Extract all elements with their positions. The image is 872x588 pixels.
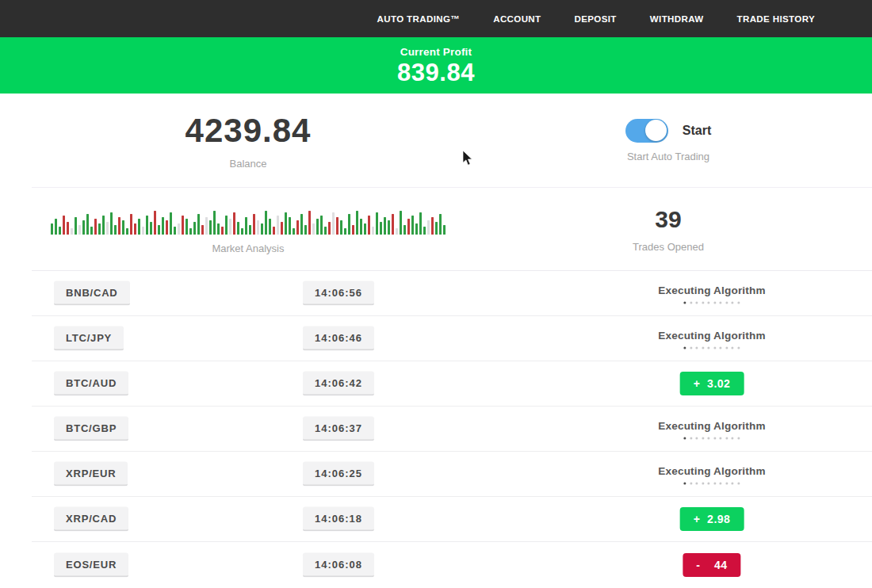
pair-badge: BTC/AUD: [54, 372, 128, 396]
current-profit-label: Current Profit: [0, 46, 872, 58]
trade-row: BTC/AUD 14:06:42 + 3.02: [32, 361, 872, 407]
stats-section: 4239.84 Balance Start Start Auto Trading…: [32, 94, 872, 271]
trade-row: XRP/EUR 14:06:25 Executing Algorithm: [32, 452, 872, 497]
top-navbar: AUTO TRADING™ ACCOUNT DEPOSIT WITHDRAW T…: [0, 0, 872, 37]
trades-list: BNB/CAD 14:06:56 Executing Algorithm LTC…: [32, 271, 872, 587]
progress-dots: [658, 347, 765, 349]
loss-badge: - 44: [683, 553, 740, 577]
pair-badge: BNB/CAD: [54, 281, 130, 306]
time-badge: 14:06:46: [303, 326, 374, 351]
progress-dots: [658, 302, 765, 304]
trade-row: LTC/JPY 14:06:46 Executing Algorithm: [32, 316, 872, 361]
trades-opened-label: Trades Opened: [465, 241, 872, 253]
executing-algorithm-label: Executing Algorithm: [658, 420, 765, 432]
executing-algorithm-label: Executing Algorithm: [658, 465, 765, 477]
trade-status: - 44: [683, 553, 740, 577]
time-badge: 14:06:56: [303, 281, 374, 306]
current-profit-banner: Current Profit 839.84: [0, 37, 872, 94]
trade-status: Executing Algorithm: [658, 328, 765, 349]
auto-trading-label: Start Auto Trading: [465, 151, 872, 162]
nav-item-auto-trading[interactable]: AUTO TRADING™: [377, 14, 461, 24]
progress-dots: [658, 437, 765, 440]
trade-row: BNB/CAD 14:06:56 Executing Algorithm: [32, 271, 872, 316]
time-badge: 14:06:25: [303, 462, 374, 487]
profit-badge: + 3.02: [680, 372, 744, 395]
auto-trading-toggle[interactable]: [625, 119, 668, 143]
executing-algorithm-label: Executing Algorithm: [658, 284, 765, 296]
trade-status: Executing Algorithm: [658, 464, 765, 485]
pair-badge: XRP/CAD: [54, 507, 128, 532]
time-badge: 14:06:18: [303, 507, 374, 532]
trade-status: + 2.98: [680, 507, 744, 531]
pair-badge: BTC/GBP: [54, 417, 128, 441]
trade-row: BTC/GBP 14:06:37 Executing Algorithm: [32, 407, 872, 452]
time-badge: 14:06:37: [303, 417, 374, 441]
progress-dots: [658, 483, 765, 485]
balance-label: Balance: [32, 158, 465, 170]
trade-row: XRP/CAD 14:06:18 + 2.98: [32, 497, 872, 542]
time-badge: 14:06:08: [303, 552, 374, 577]
balance-value: 4239.84: [32, 112, 465, 150]
pair-badge: LTC/JPY: [54, 326, 124, 351]
executing-algorithm-label: Executing Algorithm: [658, 330, 765, 342]
pair-badge: XRP/EUR: [54, 462, 128, 487]
current-profit-value: 839.84: [0, 59, 872, 87]
auto-trading-toggle-label: Start: [683, 124, 711, 138]
profit-badge: + 2.98: [680, 507, 744, 531]
trades-opened-value: 39: [465, 206, 872, 233]
trade-status: Executing Algorithm: [658, 283, 765, 304]
trade-status: Executing Algorithm: [658, 418, 765, 440]
trade-row: EOS/EUR 14:06:08 - 44: [32, 542, 872, 587]
market-analysis-chart: [32, 204, 465, 235]
pair-badge: EOS/EUR: [54, 552, 128, 577]
toggle-knob: [645, 120, 667, 141]
nav-item-withdraw[interactable]: WITHDRAW: [650, 14, 704, 24]
nav-item-account[interactable]: ACCOUNT: [493, 14, 541, 24]
time-badge: 14:06:42: [303, 372, 374, 396]
nav-item-trade-history[interactable]: TRADE HISTORY: [737, 14, 816, 24]
trade-status: + 3.02: [680, 372, 744, 395]
market-analysis-label: Market Analysis: [32, 242, 465, 254]
nav-item-deposit[interactable]: DEPOSIT: [575, 14, 617, 24]
